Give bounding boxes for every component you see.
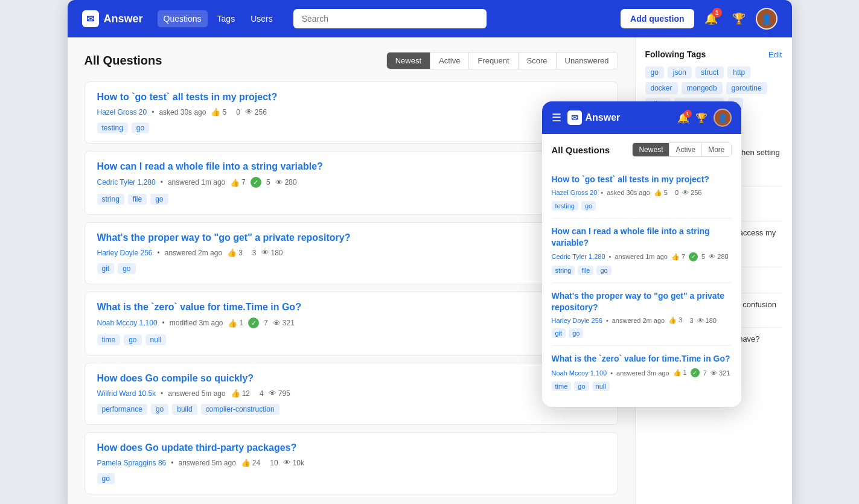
- tag[interactable]: go: [118, 263, 135, 274]
- question-time: answered 1m ago: [615, 253, 667, 260]
- question-meta: Harley Doyle 256 • answered 2m ago 👍 3 3…: [552, 316, 732, 324]
- nav-link-questions[interactable]: Questions: [158, 10, 208, 27]
- question-time: answered 2m ago: [165, 249, 222, 257]
- tag[interactable]: go: [132, 123, 149, 133]
- tag[interactable]: go: [97, 473, 115, 484]
- tag[interactable]: complier-construction: [201, 404, 279, 415]
- question-title[interactable]: What's the proper way to "go get" a priv…: [97, 232, 605, 243]
- nav-link-users[interactable]: Users: [244, 10, 279, 27]
- mobile-brand-icon: ✉: [567, 110, 582, 125]
- brand-logo[interactable]: ✉ Answer: [82, 10, 143, 27]
- mobile-filter-newest[interactable]: Newest: [633, 143, 669, 156]
- question-meta: Cedric Tyler 1,280 • answered 1m ago 👍 7…: [97, 177, 605, 188]
- tag[interactable]: time: [552, 381, 572, 391]
- question-item: How does Go update third-party packages?…: [85, 432, 618, 494]
- mobile-notification-button[interactable]: 🔔 1: [677, 112, 689, 124]
- mobile-filter-tabs: Newest Active More: [632, 142, 731, 157]
- question-time: asked 30s ago: [607, 189, 650, 196]
- mobile-user-avatar[interactable]: 👤: [714, 109, 732, 127]
- filter-newest[interactable]: Newest: [387, 53, 430, 69]
- tag[interactable]: git: [97, 263, 115, 274]
- question-title[interactable]: What is the `zero` value for time.Time i…: [97, 302, 605, 313]
- tag[interactable]: time: [97, 334, 121, 345]
- tag[interactable]: go: [596, 266, 611, 275]
- mobile-nav-icons: 🔔 1 🏆 👤: [677, 109, 732, 127]
- question-time: answered 5m ago: [178, 459, 235, 467]
- mobile-trophy-button[interactable]: 🏆: [695, 112, 707, 124]
- question-author[interactable]: Harley Doyle 256: [552, 317, 602, 324]
- hamburger-icon[interactable]: ☰: [552, 111, 561, 124]
- mobile-brand[interactable]: ✉ Answer: [567, 110, 621, 125]
- question-author[interactable]: Wilfrid Ward 10.5k: [97, 389, 156, 398]
- filter-unanswered[interactable]: Unanswered: [557, 53, 618, 69]
- tag[interactable]: build: [172, 404, 197, 415]
- question-tags: go: [97, 473, 605, 484]
- tag[interactable]: go: [581, 201, 596, 211]
- question-time: modified 3m ago: [170, 319, 223, 327]
- filter-active[interactable]: Active: [430, 53, 469, 69]
- tag[interactable]: string: [552, 266, 575, 275]
- question-author[interactable]: Cedric Tyler 1,280: [552, 253, 605, 260]
- search-input[interactable]: [293, 9, 487, 28]
- following-tag[interactable]: docker: [645, 82, 678, 94]
- tag[interactable]: go: [569, 328, 583, 338]
- tag[interactable]: file: [128, 194, 147, 205]
- question-time: answered 3m ago: [616, 369, 669, 377]
- brand-icon: ✉: [82, 10, 99, 27]
- nav-link-tags[interactable]: Tags: [211, 10, 241, 27]
- question-author[interactable]: Hazel Gross 20: [97, 108, 147, 116]
- question-title[interactable]: How can I read a whole file into a strin…: [552, 226, 732, 249]
- question-title[interactable]: How can I read a whole file into a strin…: [97, 161, 605, 172]
- comments-count: 5: [266, 178, 270, 187]
- trophy-button[interactable]: 🏆: [728, 8, 750, 30]
- tag[interactable]: string: [97, 194, 124, 205]
- question-meta: Hazel Gross 20 • asked 30s ago 👍 5 0 👁 2…: [97, 107, 605, 116]
- tag[interactable]: file: [578, 266, 593, 275]
- following-tag[interactable]: json: [668, 66, 692, 78]
- question-title[interactable]: What is the `zero` value for time.Time i…: [552, 353, 732, 365]
- views-meta: 👁 256: [245, 107, 267, 116]
- tag[interactable]: go: [574, 381, 589, 391]
- following-tag[interactable]: struct: [695, 66, 724, 78]
- following-tag[interactable]: go: [645, 66, 664, 78]
- question-author[interactable]: Noah Mccoy 1,100: [97, 319, 158, 327]
- mobile-filter-more[interactable]: More: [702, 143, 730, 156]
- question-title[interactable]: How to `go test` all tests in my project…: [97, 92, 605, 103]
- tag[interactable]: go: [124, 334, 141, 345]
- question-author[interactable]: Cedric Tyler 1,280: [97, 178, 156, 187]
- question-tags: gitgo: [97, 263, 605, 274]
- tag[interactable]: go: [151, 404, 168, 415]
- user-avatar[interactable]: 👤: [756, 8, 778, 30]
- tag[interactable]: null: [145, 334, 167, 345]
- question-title[interactable]: How does Go update third-party packages?: [97, 442, 605, 453]
- question-title[interactable]: How does Go compile so quickly?: [97, 373, 605, 384]
- question-tags: gitgo: [552, 328, 732, 338]
- add-question-button[interactable]: Add question: [621, 9, 694, 28]
- question-meta: Wilfrid Ward 10.5k • answered 5m ago 👍 1…: [97, 389, 605, 398]
- following-tag[interactable]: http: [727, 66, 750, 78]
- following-tag[interactable]: mongodb: [682, 82, 723, 94]
- question-meta: Cedric Tyler 1,280 • answered 1m ago 👍 7…: [552, 252, 732, 261]
- edit-following-tags-link[interactable]: Edit: [768, 50, 782, 59]
- filter-frequent[interactable]: Frequent: [469, 53, 518, 69]
- question-item: What is the `zero` value for time.Time i…: [552, 346, 732, 398]
- comments-count: 7: [264, 319, 268, 327]
- tag[interactable]: go: [150, 194, 168, 205]
- question-title[interactable]: What's the proper way to "go get" a priv…: [552, 290, 732, 313]
- filter-score[interactable]: Score: [519, 53, 557, 69]
- question-author[interactable]: Noah Mccoy 1,100: [552, 369, 607, 377]
- question-author[interactable]: Pamela Spraggins 86: [97, 459, 167, 467]
- tag[interactable]: git: [552, 328, 566, 338]
- tag[interactable]: performance: [97, 404, 147, 415]
- tag[interactable]: testing: [97, 123, 128, 133]
- question-author[interactable]: Harley Doyle 256: [97, 249, 153, 257]
- mobile-overlay: ☰ ✉ Answer 🔔 1 🏆 👤 All Questions N: [542, 101, 741, 407]
- question-time: answered 5m ago: [168, 389, 225, 398]
- question-title[interactable]: How to `go test` all tests in my project…: [552, 174, 732, 185]
- tag[interactable]: testing: [552, 201, 578, 211]
- mobile-filter-active[interactable]: Active: [669, 143, 702, 156]
- tag[interactable]: null: [592, 381, 610, 391]
- following-tag[interactable]: goroutine: [726, 82, 767, 94]
- notification-button[interactable]: 🔔 1: [700, 8, 722, 30]
- question-author[interactable]: Hazel Gross 20: [552, 189, 598, 196]
